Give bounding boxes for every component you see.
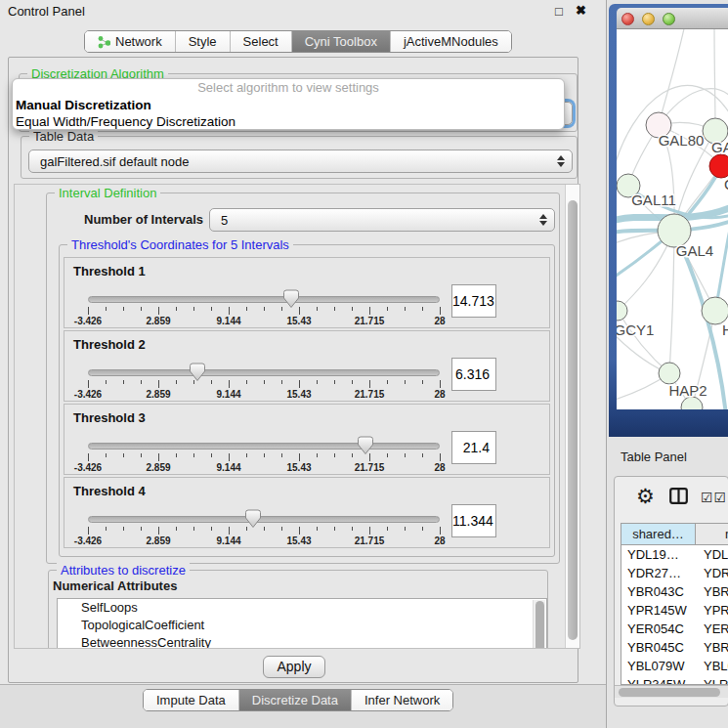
threshold-slider-thumb[interactable]: [357, 436, 374, 455]
combo-stepper-icon: [533, 214, 554, 226]
threshold-label: Threshold 4: [73, 484, 146, 498]
tab-label: Select: [243, 34, 278, 49]
threshold-value-field[interactable]: 11.344: [451, 504, 496, 537]
num-intervals-value: 5: [210, 213, 533, 228]
group-title-interval-definition: Interval Definition: [55, 186, 160, 200]
node-label: GAL80: [659, 132, 705, 149]
threshold-slider-thumb[interactable]: [282, 289, 300, 309]
node-table[interactable]: shared… n YDL19…YDL1YDR27…YDR2YBR043CYBR…: [621, 523, 728, 685]
slider-ticks: [88, 453, 441, 462]
cell-shared-name: YPR145W: [621, 601, 696, 620]
tab-infer-network[interactable]: Infer Network: [351, 690, 452, 710]
table-row[interactable]: YBL079WYBL0: [621, 657, 728, 675]
table-row[interactable]: YDL19…YDL1: [621, 545, 728, 564]
cell-shared-name: YER054C: [621, 620, 696, 638]
threshold-slider-thumb[interactable]: [189, 363, 206, 382]
slider-tick-labels: -3.4262.8599.14415.4321.71528: [88, 535, 441, 546]
close-icon[interactable]: ✖: [576, 3, 586, 18]
threshold-slider-track[interactable]: [88, 443, 440, 450]
threshold-box: Threshold 1-3.4262.8599.14415.4321.71528…: [64, 257, 550, 328]
table-panel-title: Table Panel: [621, 450, 687, 464]
float-icon[interactable]: □: [555, 4, 563, 19]
settings-scrollbar[interactable]: [565, 185, 579, 648]
threshold-label: Threshold 2: [73, 337, 146, 352]
control-panel: Control Panel □ ✖ NetworkStyleSelectCyni…: [0, 0, 606, 728]
tab-style[interactable]: Style: [175, 31, 230, 52]
combo-stepper-icon: [550, 155, 572, 167]
cell-name: YLR3: [696, 675, 728, 685]
column-header-name[interactable]: n: [696, 524, 728, 544]
gear-icon[interactable]: ⚙: [636, 485, 655, 508]
threshold-value-field[interactable]: 14.713: [451, 284, 496, 318]
network-node[interactable]: [659, 363, 680, 384]
table-row[interactable]: YER054CYER0: [621, 620, 728, 638]
slider-ticks: [88, 380, 441, 389]
attribute-item[interactable]: SelfLoops: [58, 599, 546, 617]
tab-label: Network: [115, 34, 162, 49]
cell-name: YBR0: [696, 582, 728, 601]
table-panel: ⚙ ☑☑ shared… n YDL19…YDL1YDR27…YDR2YBR04…: [614, 476, 728, 707]
table-panel-toolbar: ⚙ ☑☑: [615, 477, 728, 520]
attribute-item[interactable]: TopologicalCoefficient: [58, 617, 546, 634]
zoom-traffic-light-icon[interactable]: [663, 13, 675, 25]
tab-label: Discretize Data: [252, 693, 338, 707]
threshold-slider-track[interactable]: [88, 516, 440, 523]
column-header-shared[interactable]: shared…: [621, 524, 696, 544]
columns-icon[interactable]: [669, 488, 688, 507]
table-row[interactable]: YBR043CYBR0: [621, 582, 728, 601]
network-canvas[interactable]: GAL80GACGAL11GAL4GCY1HHAP2: [617, 29, 728, 409]
tab-label: jActiveMNodules: [404, 34, 498, 49]
table-data-combobox[interactable]: galFiltered.sif default node: [28, 150, 573, 173]
table-row[interactable]: YPR145WYPR1: [621, 601, 728, 620]
num-intervals-combobox[interactable]: 5: [209, 208, 555, 232]
table-row[interactable]: YBR045CYBR0: [621, 638, 728, 657]
node-label: GCY1: [617, 321, 654, 338]
attributes-scrollbar[interactable]: [533, 600, 545, 649]
network-node[interactable]: [702, 297, 728, 324]
threshold-slider-thumb[interactable]: [244, 509, 262, 529]
tab-impute-data[interactable]: Impute Data: [144, 690, 238, 710]
algorithm-option[interactable]: Equal Width/Frequency Discretization: [13, 113, 564, 130]
slider-ticks: [88, 527, 441, 535]
network-window-titlebar[interactable]: [617, 8, 728, 29]
num-intervals-label: Number of Intervals: [84, 212, 203, 227]
slider-tick-labels: -3.4262.8599.14415.4321.71528: [88, 316, 441, 326]
threshold-box: Threshold 2-3.4262.8599.14415.4321.71528…: [64, 330, 550, 402]
tab-discretize-data[interactable]: Discretize Data: [238, 690, 351, 710]
threshold-slider-track[interactable]: [88, 369, 440, 376]
table-hscrollbar[interactable]: [615, 685, 728, 698]
tab-label: Infer Network: [364, 693, 440, 707]
network-node[interactable]: [617, 301, 627, 321]
threshold-label: Threshold 3: [73, 410, 146, 425]
algorithm-option[interactable]: Manual Discretization: [13, 97, 564, 113]
tab-label: Impute Data: [156, 693, 226, 707]
table-row[interactable]: YDR27…YDR2: [621, 564, 728, 582]
attribute-item[interactable]: BetweennessCentrality: [58, 634, 546, 649]
checkbox-icons[interactable]: ☑☑: [701, 490, 727, 505]
threshold-value-field[interactable]: 21.4: [451, 431, 496, 464]
interval-definition-group: Interval Definition Number of Intervals …: [46, 193, 560, 564]
cell-name: YBR0: [696, 638, 728, 657]
node-label: C: [724, 176, 728, 193]
minimize-traffic-light-icon[interactable]: [642, 13, 655, 25]
network-view-window: GAL80GACGAL11GAL4GCY1HHAP2: [609, 4, 728, 437]
tab-select[interactable]: Select: [230, 31, 291, 52]
tab-cyni-toolbox[interactable]: Cyni Toolbox: [291, 31, 390, 52]
tab-network[interactable]: Network: [85, 31, 175, 52]
slider-tick-labels: -3.4262.8599.14415.4321.71528: [88, 389, 441, 400]
node-label: H: [722, 321, 728, 338]
cell-name: YER0: [696, 620, 728, 638]
table-row[interactable]: YLR345WYLR3: [621, 675, 728, 685]
threshold-value-field[interactable]: 6.316: [451, 358, 496, 391]
tab-label: Cyni Toolbox: [305, 34, 377, 49]
tab-jactivemnodules[interactable]: jActiveMNodules: [390, 31, 511, 52]
threshold-list: Threshold 1-3.4262.8599.14415.4321.71528…: [64, 257, 550, 550]
algorithm-placeholder-option[interactable]: Select algorithm to view settings: [13, 79, 564, 97]
apply-button[interactable]: Apply: [263, 656, 325, 678]
threshold-slider-track[interactable]: [88, 296, 440, 303]
control-panel-titlebar: Control Panel □ ✖: [0, 0, 606, 23]
network-node[interactable]: [709, 154, 728, 178]
close-traffic-light-icon[interactable]: [621, 13, 634, 25]
numerical-attributes-list[interactable]: SelfLoopsTopologicalCoefficientBetweenne…: [57, 598, 547, 649]
threshold-label: Threshold 1: [73, 264, 146, 278]
